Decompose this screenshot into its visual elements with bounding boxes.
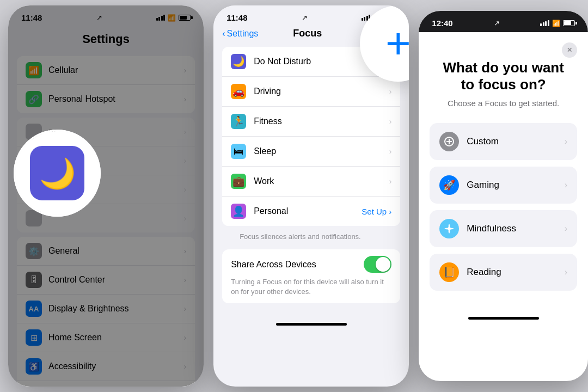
share-desc: Turning a Focus on for this device will … [231,277,391,297]
chevron-icon-3: › [184,127,187,136]
back-button[interactable]: ‹ Settings [222,29,258,39]
chevron-icon-5: › [184,185,187,194]
home-indicator-2 [276,323,347,326]
settings-row-empty1[interactable]: › [17,175,195,204]
home-screen-label: Home Screen [48,333,184,342]
toggle-thumb [376,257,390,272]
status-time-1: 11:48 [21,13,42,22]
status-bar-3: 12:40 ↗ 📶 [419,11,588,32]
focus-option-reading[interactable]: 📙 Reading › [430,254,577,291]
plus-icon: + [385,22,409,65]
otics-icon [26,152,42,169]
work-chevron: › [389,177,392,186]
chevron-icon-10: › [184,333,187,342]
custom-label: Custom [467,136,564,147]
back-chevron-icon: ‹ [222,29,225,39]
mindfulness-label: Mindfulness [467,223,564,234]
chevron-icon: › [184,66,187,75]
status-time-3: 12:40 [432,19,452,28]
settings-row-wallpaper[interactable]: 🖼 Wallpaper › [17,381,195,387]
focus-note: Focus silences alerts and notifications. [222,230,400,246]
driving-label: Driving [254,87,389,96]
focus-row-work[interactable]: 💼 Work › [222,167,400,197]
focus-row-sleep[interactable]: 🛏 Sleep › [222,137,400,167]
chevron-icon-9: › [184,304,187,313]
settings-section-mid: ns › otics › › › [17,118,195,232]
status-bar-1: 11:48 ↗ 📶 [8,5,204,26]
personal-label: Personal [254,206,362,216]
focus-selection-phone: 12:40 ↗ 📶 ✕ What do you want to focus on… [419,11,588,381]
settings-row-hotspot[interactable]: 🔗 Personal Hotspot › [17,85,195,113]
accessibility-icon: ♿ [26,358,42,375]
settings-row-ns[interactable]: ns › [17,118,195,146]
battery-icon-3 [563,20,575,26]
empty2-icon [26,210,42,226]
gaming-label: Gaming [467,180,564,191]
ns-icon [26,124,42,140]
gaming-icon: 🚀 [439,175,459,195]
control-center-label: Control Center [48,275,184,285]
settings-row-otics[interactable]: otics › [17,146,195,175]
fitness-label: Fitness [254,117,389,126]
focus-nav-title: Focus [258,28,357,39]
personal-action[interactable]: Set Up › [362,207,391,216]
status-icons-1: 📶 [156,14,191,22]
settings-header: Settings [8,26,204,56]
wifi-icon-1: 📶 [168,14,176,22]
close-button[interactable]: ✕ [562,42,577,58]
focus-row-driving[interactable]: 🚗 Driving › [222,77,400,107]
settings-row-empty2[interactable]: › [17,204,195,232]
focus-row-fitness[interactable]: 🏃 Fitness › [222,107,400,137]
general-icon: ⚙️ [26,243,42,259]
settings-section-network: 📶 Cellular › 🔗 Personal Hotspot › [17,56,195,113]
close-icon: ✕ [567,46,572,54]
reading-icon: 📙 [439,262,459,282]
reading-label: Reading [467,267,564,278]
custom-icon [439,132,459,151]
settings-section-system: ⚙️ General › 🎛 Control Center › AA Displ… [17,237,195,387]
settings-row-display[interactable]: AA Display & Brightness › [17,295,195,323]
settings-row-general[interactable]: ⚙️ General › [17,237,195,266]
otics-label: otics [48,156,184,166]
driving-chevron: › [389,87,392,96]
cellular-label: Cellular [48,65,184,75]
fitness-chevron: › [389,117,392,126]
fitness-icon: 🏃 [231,114,246,129]
mindfulness-icon [439,219,459,238]
focus-option-custom[interactable]: Custom › [430,123,577,160]
share-toggle[interactable] [364,256,391,273]
focus-option-mindfulness[interactable]: Mindfulness › [430,210,577,247]
battery-icon-1 [179,15,191,21]
reading-chevron: › [565,267,567,277]
chevron-icon-8: › [184,275,187,284]
share-label: Share Across Devices [231,260,364,270]
status-time-2: 11:48 [226,13,247,22]
hotspot-icon: 🔗 [26,91,42,107]
work-icon: 💼 [231,174,246,189]
settings-row-cellular[interactable]: 📶 Cellular › [17,56,195,85]
display-icon: AA [26,301,42,317]
personal-icon: 👤 [231,204,246,219]
settings-row-home-screen[interactable]: ⊞ Home Screen › [17,323,195,352]
chevron-icon-11: › [184,362,187,371]
gaming-chevron: › [565,180,567,190]
focus-list: 🌙 Do Not Disturb 🚗 Driving › 🏃 Fitness ›… [222,47,400,226]
chevron-icon-4: › [184,156,187,165]
control-center-icon: 🎛 [26,272,42,288]
ns-label: ns [48,127,184,137]
back-label: Settings [227,29,259,39]
settings-title: Settings [17,30,195,51]
home-indicator-3 [468,317,539,320]
settings-row-accessibility[interactable]: ♿ Accessibility › [17,352,195,381]
focus-option-gaming[interactable]: 🚀 Gaming › [430,167,577,204]
sleep-chevron: › [389,147,392,156]
focus-row-personal[interactable]: 👤 Personal Set Up › [222,197,400,226]
sleep-label: Sleep [254,146,389,156]
focus-question-title: What do you want to focus on? [435,59,572,93]
settings-phone: 11:48 ↗ 📶 Settings 📶 Cellular › � [8,5,204,387]
dnd-icon: 🌙 [231,54,246,69]
settings-row-control-center[interactable]: 🎛 Control Center › [17,266,195,295]
signal-icon-3 [540,20,549,26]
focus-subtitle: Choose a Focus to get started. [430,99,577,108]
work-label: Work [254,176,389,186]
